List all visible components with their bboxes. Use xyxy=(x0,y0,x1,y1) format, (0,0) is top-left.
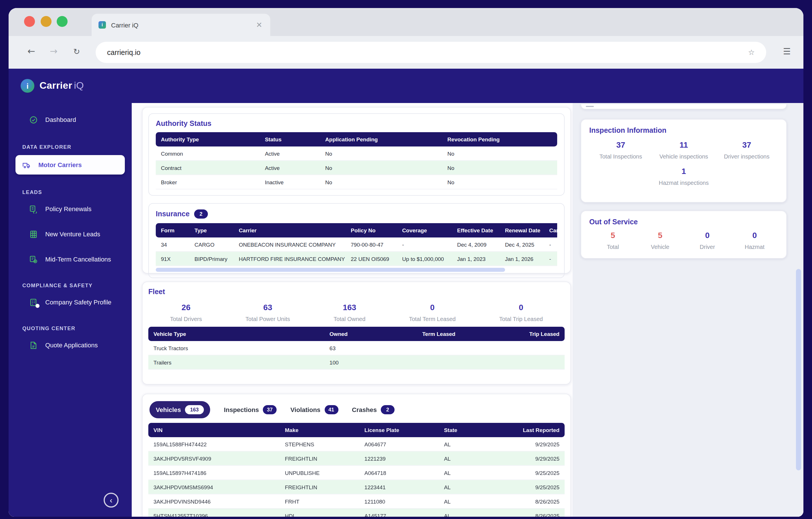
bookmark-star-icon[interactable]: ☆ xyxy=(748,48,755,57)
table-header-row: Vehicle TypeOwnedTerm LeasedTrip Leased xyxy=(148,327,564,341)
table-cell: Trailers xyxy=(148,355,324,369)
table-cell: 100 xyxy=(324,355,417,369)
sidebar-section-data-explorer: DATA EXPLORER xyxy=(22,144,132,150)
table-cell: 91X xyxy=(156,251,189,266)
tab-label: Vehicles xyxy=(156,406,181,413)
table-cell: Inactive xyxy=(260,175,320,189)
table-cell: 8/26/2025 xyxy=(504,494,564,509)
table-cell: 8/26/2025 xyxy=(504,509,564,517)
sidebar-item-policy-renewals[interactable]: Policy Renewals xyxy=(8,200,132,217)
table-row: 34CARGOONEBEACON INSURANCE COMPANY790-00… xyxy=(156,238,557,251)
truck-icon xyxy=(22,160,31,169)
app-logo: i Carrier iQ xyxy=(8,69,132,103)
table-row: Trailers100 xyxy=(148,355,564,369)
table-cell: Dec 4, 2025 xyxy=(500,238,544,251)
stat-value: 37 xyxy=(589,140,652,149)
sidebar-item-dashboard[interactable]: Dashboard xyxy=(8,111,132,128)
tab-label: Violations xyxy=(290,406,320,413)
table-row: CommonActiveNoNo xyxy=(156,147,557,160)
table-cell: - xyxy=(544,251,557,266)
stat-value: 0 xyxy=(409,303,456,312)
sidebar-item-motor-carriers[interactable]: Motor Carriers xyxy=(16,155,125,175)
table-cell: 9/29/2025 xyxy=(504,437,564,451)
table-cell: 1221239 xyxy=(359,451,439,465)
table-cell: UNPUBLISHE xyxy=(280,465,359,480)
truncated-card xyxy=(581,104,787,109)
table-cell: - xyxy=(544,238,557,251)
status-dot xyxy=(35,304,39,308)
tab-violations[interactable]: Violations 41 xyxy=(290,405,338,414)
horizontal-scrollbar[interactable] xyxy=(156,268,505,272)
stat-oos-hazmat: 0 Hazmat xyxy=(731,231,778,250)
column-header: Revocation Pending xyxy=(442,132,557,147)
table-cell xyxy=(417,341,510,355)
app-root: i Carrier iQ Dashboard DATA EXPLORER Mot… xyxy=(8,69,804,517)
vehicle-type-table: Vehicle TypeOwnedTerm LeasedTrip Leased … xyxy=(148,327,564,370)
stat-value: 0 xyxy=(499,303,543,312)
table-cell: 34 xyxy=(156,238,189,251)
forward-icon[interactable]: → xyxy=(50,46,58,57)
tab-count-badge: 163 xyxy=(185,405,204,414)
table-cell: 9/25/2025 xyxy=(504,465,564,480)
stat-label: Total Owned xyxy=(334,316,365,322)
stat-label: Total Trip Leased xyxy=(499,316,543,322)
table-cell xyxy=(510,355,564,369)
tab-label: Inspections xyxy=(224,406,259,413)
column-header: Term Leased xyxy=(417,327,510,341)
window-minimize-button[interactable] xyxy=(41,16,52,27)
table-cell: Common xyxy=(156,147,260,160)
sidebar-item-company-safety-profile[interactable]: Company Safety Profile xyxy=(8,294,132,311)
url-bar[interactable]: carrieriq.io ☆ xyxy=(96,42,766,63)
section-title: Fleet xyxy=(148,288,564,296)
table-cell: CARGO xyxy=(189,238,234,251)
stat-label: Total Inspections xyxy=(589,153,652,160)
window-close-button[interactable] xyxy=(24,16,35,27)
table-cell: Broker xyxy=(156,175,260,189)
tab-crashes[interactable]: Crashes 2 xyxy=(352,405,395,414)
browser-tab[interactable]: i Carrier iQ ✕ xyxy=(92,14,270,36)
table-cell: 63 xyxy=(324,341,417,355)
stat-value: 163 xyxy=(334,303,365,312)
reload-icon[interactable]: ↻ xyxy=(73,47,80,56)
sidebar-item-new-venture-leads[interactable]: New Venture Leads xyxy=(8,225,132,243)
table-cell: No xyxy=(320,175,442,189)
window-maximize-button[interactable] xyxy=(57,16,67,27)
table-cell: AL xyxy=(439,451,504,465)
browser-menu-icon[interactable]: ☰ xyxy=(783,47,791,57)
stat-value: 37 xyxy=(715,140,778,149)
table-cell: AL xyxy=(439,480,504,494)
stat-label: Hazmat inspections xyxy=(659,180,709,186)
stat-label: Total Power Units xyxy=(245,316,290,322)
table-cell: FREIGHTLIN xyxy=(280,451,359,465)
sidebar-item-quote-applications[interactable]: Quote Applications xyxy=(8,336,132,354)
tab-close-icon[interactable]: ✕ xyxy=(255,20,263,30)
stat-value: 0 xyxy=(684,231,731,240)
brand-name: Carrier xyxy=(39,80,72,92)
column-header: Status xyxy=(260,132,320,147)
table-cell: 159AL1588FH474422 xyxy=(148,437,280,451)
tab-vehicles[interactable]: Vehicles 163 xyxy=(149,401,210,418)
out-of-service-card: Out of Service 5 Total 5 Vehicle xyxy=(581,211,787,258)
inspection-information-card: Inspection Information 37 Total Inspecti… xyxy=(581,119,787,203)
table-cell: 1211080 xyxy=(359,494,439,509)
tab-inspections[interactable]: Inspections 37 xyxy=(224,405,277,414)
table-header-row: FormTypeCarrierPolicy NoCoverageEffectiv… xyxy=(156,223,557,238)
stat-total-trip-leased: 0 Total Trip Leased xyxy=(499,303,543,322)
browser-toolbar: ← → ↻ carrieriq.io ☆ ☰ xyxy=(8,36,804,69)
table-cell xyxy=(510,341,564,355)
table-row: BrokerInactiveNoNo xyxy=(156,175,557,189)
back-icon[interactable]: ← xyxy=(28,46,35,57)
sidebar-item-label: New Venture Leads xyxy=(45,231,100,238)
card-title: Out of Service xyxy=(589,218,778,226)
column-header: Authority Type xyxy=(156,132,260,147)
vehicles-table: VINMakeLicense PlateStateLast Reported 1… xyxy=(148,423,564,517)
sidebar-collapse-button[interactable]: ‹ xyxy=(104,493,119,508)
stat-oos-total: 5 Total xyxy=(589,231,637,250)
column-header: License Plate xyxy=(359,423,439,437)
sidebar-item-mid-term-cancellations[interactable]: Mid-Term Cancellations xyxy=(8,251,132,268)
fleet-card: Fleet 26 Total Drivers 63 Total Power Un… xyxy=(142,281,571,385)
table-cell: 22 UEN OI5069 xyxy=(346,251,397,266)
table-row: Truck Tractors63 xyxy=(148,341,564,355)
table-row: 3AKJHPDV0MSMS6994FREIGHTLIN1223441AL9/25… xyxy=(148,480,564,494)
vertical-scrollbar[interactable] xyxy=(796,269,801,470)
